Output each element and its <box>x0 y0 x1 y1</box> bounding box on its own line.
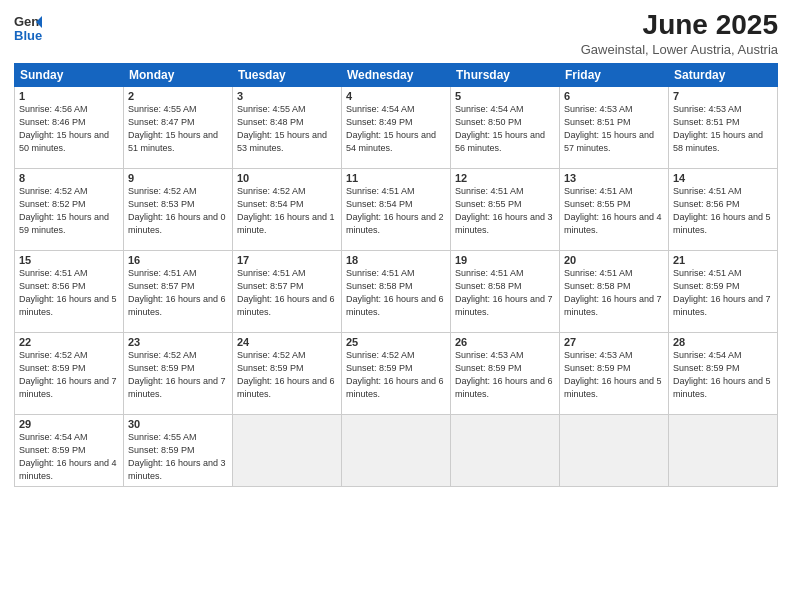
day-number: 21 <box>673 254 773 266</box>
day-info: Sunrise: 4:55 AMSunset: 8:48 PMDaylight:… <box>237 104 327 153</box>
calendar-cell <box>342 414 451 486</box>
calendar-cell <box>233 414 342 486</box>
calendar-row: 29Sunrise: 4:54 AMSunset: 8:59 PMDayligh… <box>15 414 778 486</box>
day-info: Sunrise: 4:51 AMSunset: 8:56 PMDaylight:… <box>673 186 771 235</box>
day-number: 13 <box>564 172 664 184</box>
calendar-row: 15Sunrise: 4:51 AMSunset: 8:56 PMDayligh… <box>15 250 778 332</box>
day-number: 9 <box>128 172 228 184</box>
day-number: 12 <box>455 172 555 184</box>
day-number: 20 <box>564 254 664 266</box>
calendar-header-cell: Wednesday <box>342 63 451 86</box>
day-info: Sunrise: 4:51 AMSunset: 8:57 PMDaylight:… <box>237 268 335 317</box>
day-info: Sunrise: 4:56 AMSunset: 8:46 PMDaylight:… <box>19 104 109 153</box>
day-info: Sunrise: 4:51 AMSunset: 8:58 PMDaylight:… <box>346 268 444 317</box>
calendar-cell: 3Sunrise: 4:55 AMSunset: 8:48 PMDaylight… <box>233 86 342 168</box>
day-info: Sunrise: 4:54 AMSunset: 8:49 PMDaylight:… <box>346 104 436 153</box>
day-number: 3 <box>237 90 337 102</box>
calendar-cell: 26Sunrise: 4:53 AMSunset: 8:59 PMDayligh… <box>451 332 560 414</box>
calendar-cell: 7Sunrise: 4:53 AMSunset: 8:51 PMDaylight… <box>669 86 778 168</box>
day-info: Sunrise: 4:51 AMSunset: 8:55 PMDaylight:… <box>455 186 553 235</box>
calendar-cell: 23Sunrise: 4:52 AMSunset: 8:59 PMDayligh… <box>124 332 233 414</box>
calendar-cell: 25Sunrise: 4:52 AMSunset: 8:59 PMDayligh… <box>342 332 451 414</box>
calendar-header-cell: Saturday <box>669 63 778 86</box>
day-number: 29 <box>19 418 119 430</box>
day-number: 14 <box>673 172 773 184</box>
calendar-cell: 19Sunrise: 4:51 AMSunset: 8:58 PMDayligh… <box>451 250 560 332</box>
day-info: Sunrise: 4:53 AMSunset: 8:51 PMDaylight:… <box>673 104 763 153</box>
calendar-cell: 27Sunrise: 4:53 AMSunset: 8:59 PMDayligh… <box>560 332 669 414</box>
svg-text:Blue: Blue <box>14 28 42 43</box>
day-info: Sunrise: 4:52 AMSunset: 8:59 PMDaylight:… <box>128 350 226 399</box>
calendar-row: 8Sunrise: 4:52 AMSunset: 8:52 PMDaylight… <box>15 168 778 250</box>
calendar-cell: 20Sunrise: 4:51 AMSunset: 8:58 PMDayligh… <box>560 250 669 332</box>
day-info: Sunrise: 4:51 AMSunset: 8:58 PMDaylight:… <box>564 268 662 317</box>
day-number: 28 <box>673 336 773 348</box>
calendar-header-cell: Sunday <box>15 63 124 86</box>
day-number: 1 <box>19 90 119 102</box>
page: General Blue June 2025 Gaweinstal, Lower… <box>0 0 792 612</box>
calendar-cell <box>451 414 560 486</box>
calendar-cell: 22Sunrise: 4:52 AMSunset: 8:59 PMDayligh… <box>15 332 124 414</box>
day-info: Sunrise: 4:51 AMSunset: 8:58 PMDaylight:… <box>455 268 553 317</box>
month-title: June 2025 <box>581 10 778 41</box>
calendar-cell: 10Sunrise: 4:52 AMSunset: 8:54 PMDayligh… <box>233 168 342 250</box>
calendar-cell <box>669 414 778 486</box>
day-info: Sunrise: 4:51 AMSunset: 8:55 PMDaylight:… <box>564 186 662 235</box>
calendar-cell: 24Sunrise: 4:52 AMSunset: 8:59 PMDayligh… <box>233 332 342 414</box>
day-info: Sunrise: 4:55 AMSunset: 8:59 PMDaylight:… <box>128 432 226 481</box>
calendar-row: 1Sunrise: 4:56 AMSunset: 8:46 PMDaylight… <box>15 86 778 168</box>
day-number: 11 <box>346 172 446 184</box>
day-info: Sunrise: 4:52 AMSunset: 8:59 PMDaylight:… <box>237 350 335 399</box>
calendar-header-row: SundayMondayTuesdayWednesdayThursdayFrid… <box>15 63 778 86</box>
calendar-cell: 18Sunrise: 4:51 AMSunset: 8:58 PMDayligh… <box>342 250 451 332</box>
day-info: Sunrise: 4:54 AMSunset: 8:59 PMDaylight:… <box>673 350 771 399</box>
calendar-cell: 14Sunrise: 4:51 AMSunset: 8:56 PMDayligh… <box>669 168 778 250</box>
day-info: Sunrise: 4:52 AMSunset: 8:52 PMDaylight:… <box>19 186 109 235</box>
day-number: 22 <box>19 336 119 348</box>
day-info: Sunrise: 4:52 AMSunset: 8:53 PMDaylight:… <box>128 186 226 235</box>
day-info: Sunrise: 4:51 AMSunset: 8:54 PMDaylight:… <box>346 186 444 235</box>
day-info: Sunrise: 4:52 AMSunset: 8:59 PMDaylight:… <box>346 350 444 399</box>
day-number: 16 <box>128 254 228 266</box>
header: General Blue June 2025 Gaweinstal, Lower… <box>14 10 778 57</box>
logo-icon: General Blue <box>14 10 42 46</box>
calendar-cell: 30Sunrise: 4:55 AMSunset: 8:59 PMDayligh… <box>124 414 233 486</box>
day-number: 27 <box>564 336 664 348</box>
calendar-cell: 8Sunrise: 4:52 AMSunset: 8:52 PMDaylight… <box>15 168 124 250</box>
day-number: 25 <box>346 336 446 348</box>
calendar-cell: 13Sunrise: 4:51 AMSunset: 8:55 PMDayligh… <box>560 168 669 250</box>
day-number: 4 <box>346 90 446 102</box>
day-info: Sunrise: 4:54 AMSunset: 8:50 PMDaylight:… <box>455 104 545 153</box>
calendar-cell: 6Sunrise: 4:53 AMSunset: 8:51 PMDaylight… <box>560 86 669 168</box>
calendar-header-cell: Friday <box>560 63 669 86</box>
logo: General Blue <box>14 10 42 50</box>
day-number: 17 <box>237 254 337 266</box>
day-number: 18 <box>346 254 446 266</box>
calendar-cell: 21Sunrise: 4:51 AMSunset: 8:59 PMDayligh… <box>669 250 778 332</box>
calendar-cell: 1Sunrise: 4:56 AMSunset: 8:46 PMDaylight… <box>15 86 124 168</box>
calendar-cell: 15Sunrise: 4:51 AMSunset: 8:56 PMDayligh… <box>15 250 124 332</box>
day-number: 30 <box>128 418 228 430</box>
calendar-cell: 29Sunrise: 4:54 AMSunset: 8:59 PMDayligh… <box>15 414 124 486</box>
day-number: 8 <box>19 172 119 184</box>
day-info: Sunrise: 4:54 AMSunset: 8:59 PMDaylight:… <box>19 432 117 481</box>
day-number: 26 <box>455 336 555 348</box>
day-number: 23 <box>128 336 228 348</box>
calendar-cell: 5Sunrise: 4:54 AMSunset: 8:50 PMDaylight… <box>451 86 560 168</box>
calendar-cell <box>560 414 669 486</box>
calendar-cell: 17Sunrise: 4:51 AMSunset: 8:57 PMDayligh… <box>233 250 342 332</box>
calendar-header-cell: Thursday <box>451 63 560 86</box>
calendar-cell: 28Sunrise: 4:54 AMSunset: 8:59 PMDayligh… <box>669 332 778 414</box>
day-info: Sunrise: 4:52 AMSunset: 8:59 PMDaylight:… <box>19 350 117 399</box>
subtitle: Gaweinstal, Lower Austria, Austria <box>581 42 778 57</box>
day-info: Sunrise: 4:55 AMSunset: 8:47 PMDaylight:… <box>128 104 218 153</box>
day-info: Sunrise: 4:51 AMSunset: 8:56 PMDaylight:… <box>19 268 117 317</box>
calendar-body: 1Sunrise: 4:56 AMSunset: 8:46 PMDaylight… <box>15 86 778 486</box>
day-info: Sunrise: 4:53 AMSunset: 8:51 PMDaylight:… <box>564 104 654 153</box>
day-number: 5 <box>455 90 555 102</box>
day-number: 24 <box>237 336 337 348</box>
day-info: Sunrise: 4:53 AMSunset: 8:59 PMDaylight:… <box>564 350 662 399</box>
calendar-header-cell: Monday <box>124 63 233 86</box>
day-info: Sunrise: 4:53 AMSunset: 8:59 PMDaylight:… <box>455 350 553 399</box>
day-number: 15 <box>19 254 119 266</box>
